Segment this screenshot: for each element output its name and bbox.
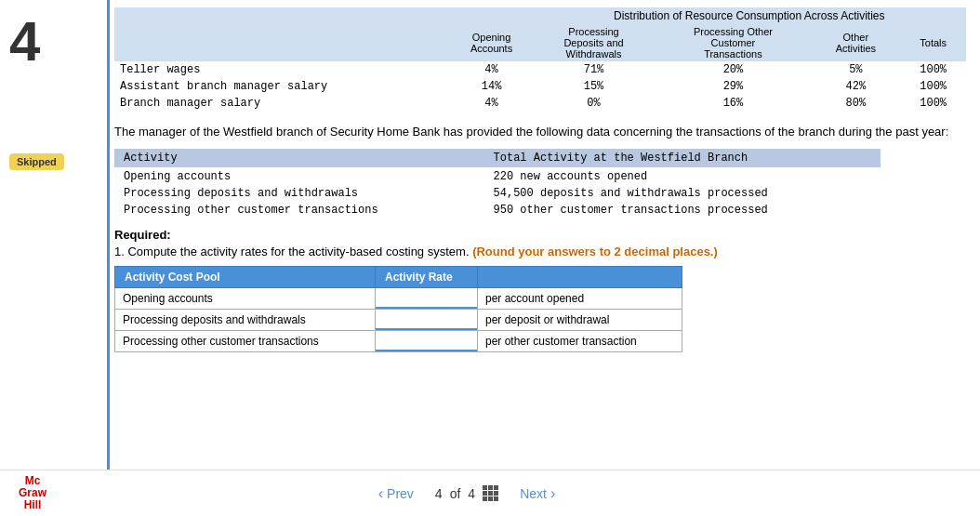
cost-pool-row-1: Opening accounts per account opened xyxy=(115,287,682,309)
teller-c2: 71% xyxy=(533,61,656,78)
pool-1-rate-cell xyxy=(376,287,478,309)
instruction-main: 1. Compute the activity rates for the ac… xyxy=(114,245,470,258)
next-chevron-icon: › xyxy=(550,485,555,502)
cost-pool-col3-header xyxy=(478,266,682,287)
intro-text: The manager of the Westfield branch of S… xyxy=(114,123,966,141)
assistant-c2: 15% xyxy=(533,78,656,95)
page-info: 4 of 4 xyxy=(435,485,498,501)
assistant-c1: 14% xyxy=(451,78,533,95)
assistant-c5: 100% xyxy=(900,78,966,95)
prev-chevron-icon: ‹ xyxy=(378,485,383,502)
distribution-table: Distribution of Resource Consumption Acr… xyxy=(114,7,966,112)
footer-logo: Mc Graw Hill xyxy=(19,475,46,512)
pool-2-name: Processing deposits and withdrawals xyxy=(115,309,376,330)
pool-1-unit: per account opened xyxy=(478,287,682,309)
pool-2-rate-cell xyxy=(376,309,478,330)
branch-c2: 0% xyxy=(533,95,656,112)
activity-row-2: Processing deposits and withdrawals 54,5… xyxy=(114,185,881,202)
page-total: 4 xyxy=(468,486,475,501)
activity-2-total: 54,500 deposits and withdrawals processe… xyxy=(484,185,881,202)
pool-2-unit: per deposit or withdrawal xyxy=(478,309,682,330)
row-assistant: Assistant branch manager salary xyxy=(114,78,451,95)
logo-hill: Hill xyxy=(24,499,42,511)
col-opening: OpeningAccounts xyxy=(451,24,533,61)
branch-c1: 4% xyxy=(451,95,533,112)
col-other-activities: OtherActivities xyxy=(811,24,900,61)
row-branch: Branch manager salary xyxy=(114,95,451,112)
col-totals: Totals xyxy=(900,24,966,61)
cost-pool-row-2: Processing deposits and withdrawals per … xyxy=(115,309,682,330)
cost-pool-col1-header: Activity Cost Pool xyxy=(115,266,376,287)
teller-c4: 5% xyxy=(811,61,900,78)
row-teller: Teller wages xyxy=(114,61,451,78)
cost-pool-table: Activity Cost Pool Activity Rate Opening… xyxy=(114,266,682,352)
page-current: 4 xyxy=(435,486,443,501)
pool-1-name: Opening accounts xyxy=(115,287,376,309)
activity-1-name: Opening accounts xyxy=(114,167,484,185)
page-of: of xyxy=(450,486,461,501)
required-label: Required: xyxy=(114,228,966,242)
prev-button[interactable]: ‹ Prev xyxy=(371,482,421,506)
pool-1-rate-input[interactable] xyxy=(376,288,477,309)
col-processing-header: ProcessingDeposits andWithdrawals xyxy=(533,24,656,61)
activity-3-name: Processing other customer transactions xyxy=(114,202,484,218)
pool-3-rate-input[interactable] xyxy=(376,331,477,351)
instruction-text: 1. Compute the activity rates for the ac… xyxy=(114,245,966,258)
grid-icon[interactable] xyxy=(483,485,498,501)
cost-pool-col2-header: Activity Rate xyxy=(376,266,478,287)
content-area: Distribution of Resource Consumption Acr… xyxy=(107,0,980,470)
skipped-badge: Skipped xyxy=(9,153,64,170)
activity-3-total: 950 other customer transactions processe… xyxy=(484,202,881,218)
activity-row-3: Processing other customer transactions 9… xyxy=(114,202,881,218)
question-number: 4 xyxy=(9,14,40,70)
pool-2-rate-input[interactable] xyxy=(376,310,477,330)
branch-c5: 100% xyxy=(900,95,966,112)
footer: Mc Graw Hill ‹ Prev 4 of 4 Next › xyxy=(0,470,980,516)
assistant-c4: 42% xyxy=(811,78,900,95)
pool-3-rate-cell xyxy=(376,330,478,351)
teller-c3: 20% xyxy=(655,61,811,78)
branch-c3: 16% xyxy=(655,95,811,112)
activity-col-header: Activity xyxy=(114,149,484,167)
prev-label: Prev xyxy=(387,486,414,501)
logo-mc: Mc xyxy=(25,475,41,487)
cost-pool-row-3: Processing other customer transactions p… xyxy=(115,330,682,351)
footer-nav: ‹ Prev 4 of 4 Next › xyxy=(46,482,887,506)
next-label: Next xyxy=(520,486,547,501)
teller-c1: 4% xyxy=(451,61,533,78)
activity-1-total: 220 new accounts opened xyxy=(484,167,881,185)
activity-row-1: Opening accounts 220 new accounts opened xyxy=(114,167,881,185)
activity-total-header: Total Activity at the Westfield Branch xyxy=(484,149,881,167)
teller-c5: 100% xyxy=(900,61,966,78)
branch-c4: 80% xyxy=(811,95,900,112)
dist-main-header: Distribution of Resource Consumption Acr… xyxy=(533,7,966,24)
next-button[interactable]: Next › xyxy=(512,482,563,506)
instruction-bold: (Round your answers to 2 decimal places.… xyxy=(472,245,718,258)
activity-table: Activity Total Activity at the Westfield… xyxy=(114,149,881,218)
assistant-c3: 29% xyxy=(655,78,811,95)
col-other-header: Processing OtherCustomerTransactions xyxy=(655,24,811,61)
pool-3-unit: per other customer transaction xyxy=(478,330,682,351)
activity-2-name: Processing deposits and withdrawals xyxy=(114,185,484,202)
pool-3-name: Processing other customer transactions xyxy=(115,330,376,351)
